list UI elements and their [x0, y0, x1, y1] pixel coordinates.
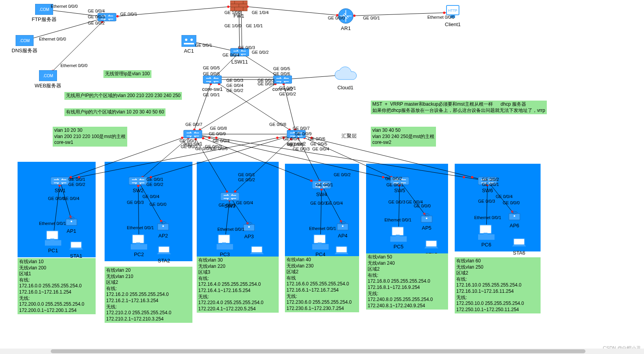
svg-point-142 [185, 39, 187, 41]
svg-rect-178 [312, 244, 329, 250]
port-label: GE 0/0/9 [209, 131, 226, 136]
device-dns[interactable]: .COMDNS服务器 [16, 35, 34, 47]
device-sta5[interactable]: STA5 [423, 240, 439, 252]
device-label: FTP服务器 [32, 16, 57, 23]
access-area-3 [197, 162, 279, 261]
port-label: GE 0/0/7 [293, 126, 310, 131]
device-ap1[interactable]: AP1 [64, 213, 78, 228]
device-label: Cloud1 [337, 85, 353, 90]
svg-rect-170 [50, 239, 54, 241]
port-label: GE 0/0/4 [213, 138, 229, 143]
device-sta2[interactable]: STA2 [156, 246, 172, 258]
device-cloud[interactable]: Cloud1 [332, 66, 359, 85]
device-label: Client1 [445, 21, 461, 27]
port-label: GE 0/0/8 [269, 122, 286, 127]
port-label: GE 1/0/0 [224, 23, 241, 28]
device-sta6[interactable]: STA6 [511, 238, 527, 250]
device-label: STA2 [158, 258, 170, 264]
port-label: GE 0/0/2 [334, 172, 350, 177]
device-web[interactable]: .COMWEB服务器 [39, 70, 57, 82]
port-label: GE 0/0/2 [279, 92, 296, 96]
svg-rect-181 [390, 236, 407, 242]
port-label: GE 0/0/2 [146, 182, 163, 187]
port-label: GE 1/0/2 [224, 10, 241, 15]
svg-rect-180 [392, 227, 404, 235]
svg-rect-179 [318, 242, 322, 245]
port-label: GE 0/0/5 [310, 142, 327, 146]
svg-rect-186 [71, 242, 82, 248]
device-label: core-sw1 [202, 86, 223, 92]
device-label: PC6 [481, 242, 491, 248]
port-label: GE 0/0/3 [226, 78, 243, 83]
device-sw1[interactable]: SW1 [51, 175, 69, 188]
device-label: SW1 [55, 188, 66, 193]
port-label: GE 0/0/1 [482, 182, 499, 187]
port-label: Ethernet 0/0/1 [309, 226, 336, 231]
device-label: AP5 [422, 225, 432, 231]
svg-point-73 [276, 137, 279, 139]
device-pc1[interactable]: PC1 [45, 230, 61, 248]
svg-rect-168 [46, 231, 58, 239]
svg-rect-188 [251, 246, 262, 253]
scrollbar-thumb[interactable] [51, 349, 585, 353]
device-ap5[interactable]: AP5 [420, 210, 434, 225]
device-label: PC5 [393, 244, 403, 250]
svg-rect-187 [158, 246, 169, 253]
port-label: GE 0/0/0 [414, 204, 431, 208]
device-sw2[interactable]: SW2 [129, 175, 148, 188]
port-label: GE 0/0/2 [226, 88, 243, 93]
device-ap2[interactable]: AP2 [156, 218, 170, 233]
svg-rect-172 [131, 244, 147, 250]
port-label: Ethernet 0/0/0 [39, 37, 66, 41]
svg-text:.COM: .COM [39, 7, 49, 12]
port-label: Ethernet 0/0/0 [51, 4, 78, 9]
device-pc2[interactable]: PC2 [131, 234, 147, 251]
device-pc3[interactable]: PC3 [217, 234, 233, 251]
svg-point-167 [514, 215, 515, 217]
port-label: GE 0/0/7 [185, 122, 202, 127]
device-sta3[interactable]: STA3 [249, 246, 265, 258]
port-label: GE 0/0/4 [236, 200, 253, 205]
svg-point-10 [116, 15, 119, 18]
svg-rect-169 [45, 240, 61, 246]
device-ap4[interactable]: AP4 [336, 218, 350, 233]
port-label: GE 0/0/2 [482, 177, 499, 182]
device-sta1[interactable]: STA1 [68, 241, 84, 253]
port-label: GE 0/0/2 [88, 21, 105, 25]
port-label: GE 0/0/6 [211, 146, 228, 151]
device-pc5[interactable]: PC5 [390, 226, 407, 244]
note-wired-users: 有线用户ip的六个区域的vlan 10 20 30 40 50 60 [64, 108, 165, 116]
device-label: PC2 [134, 251, 144, 257]
port-label: Ethernet 0/0/1 [384, 218, 411, 222]
device-pc6[interactable]: PC6 [478, 224, 495, 242]
port-label: GE 0/0/4 [496, 194, 512, 199]
port-label: GE 0/0/3 [293, 147, 310, 151]
scrollbar-h[interactable] [0, 349, 644, 354]
svg-rect-176 [222, 242, 226, 245]
port-label: GE 0/0/1 [146, 177, 163, 182]
area-note-5: 有线vlan 50 无线vlan 240 区域2 有线: 172.16.8.0 … [366, 253, 448, 310]
device-label: PC1 [48, 248, 58, 253]
svg-rect-147 [273, 76, 292, 83]
topology-canvas[interactable]: { "watermark":"CSDN @白帽小丑", "nodes":{ "f… [0, 0, 644, 354]
device-label: LSW11 [231, 59, 248, 65]
svg-rect-183 [480, 225, 491, 234]
port-label: GE 0/0/4 [258, 81, 274, 86]
device-label: AR1 [341, 25, 350, 31]
device-ap6[interactable]: AP6 [507, 207, 521, 223]
port-label: GE 0/0/4 [142, 194, 159, 199]
svg-rect-185 [484, 233, 487, 235]
port-label: GE 0/0/1 [203, 92, 220, 97]
port-label: GE 0/0/4 [62, 196, 79, 201]
svg-rect-146 [203, 76, 222, 83]
svg-rect-171 [132, 235, 144, 243]
port-label: GE 0/0/6 [308, 136, 325, 141]
device-pc4[interactable]: PC4 [312, 234, 329, 251]
svg-rect-191 [514, 239, 525, 245]
port-label: GE 0/0/0 [503, 200, 519, 205]
svg-point-165 [426, 218, 427, 219]
port-label: GE 0/0/2 [238, 177, 255, 182]
device-label: SW5 [394, 188, 405, 193]
device-ac1[interactable]: AC1 [181, 35, 196, 48]
svg-point-157 [71, 221, 72, 222]
